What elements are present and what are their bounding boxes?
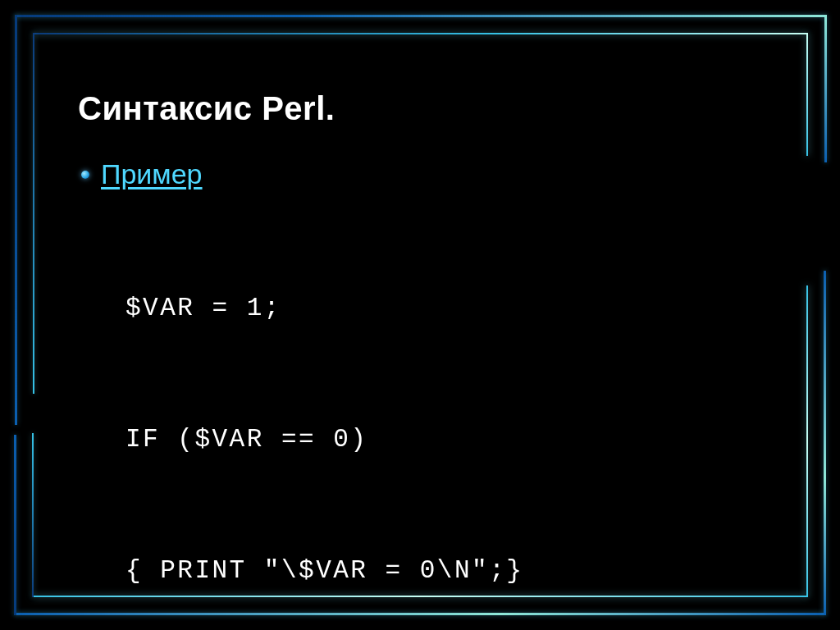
- frame-outer-left: [15, 15, 17, 425]
- code-block: $VAR = 1; IF ($VAR == 0) { PRINT "\$VAR …: [126, 199, 774, 630]
- frame-inner-top: [33, 33, 807, 34]
- slide-title: Синтаксис Perl.: [78, 90, 774, 127]
- example-link[interactable]: Пример: [101, 158, 203, 190]
- code-line: $VAR = 1;: [126, 286, 774, 330]
- presentation-slide: Синтаксис Perl. Пример $VAR = 1; IF ($VA…: [0, 0, 840, 630]
- frame-outer-top: [15, 15, 825, 17]
- bullet-icon: [81, 171, 89, 179]
- frame-inner-left: [33, 33, 34, 394]
- slide-content: Синтаксис Perl. Пример $VAR = 1; IF ($VA…: [78, 90, 774, 630]
- code-line: IF ($VAR == 0): [126, 418, 774, 461]
- bullet-item: Пример: [81, 158, 774, 190]
- code-line: { PRINT "\$VAR = 0\N";}: [126, 549, 774, 592]
